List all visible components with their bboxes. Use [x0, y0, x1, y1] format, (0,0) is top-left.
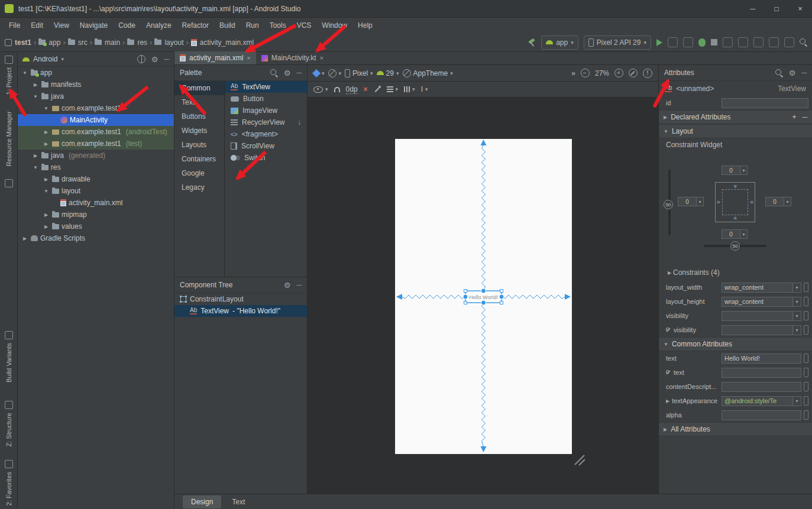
tools-text-input[interactable] — [722, 368, 801, 378]
resize-handle[interactable] — [500, 301, 503, 304]
search-icon[interactable] — [270, 69, 278, 77]
hide-panel-icon[interactable]: ─ — [801, 69, 807, 77]
design-mode-tab[interactable]: Design — [183, 495, 221, 508]
tree-item-java-generated[interactable]: ▶ java (generated) — [18, 150, 174, 161]
breadcrumb-main[interactable]: main — [95, 38, 120, 47]
palette-item-imageview[interactable]: ImageView — [225, 105, 307, 116]
palette-item-fragment[interactable]: <> <fragment> — [225, 128, 307, 140]
constraint-anchor-bottom[interactable] — [481, 300, 486, 305]
horizontal-bias-slider[interactable]: 50 — [730, 241, 740, 251]
maximize-button[interactable]: □ — [765, 0, 788, 18]
pick-resource-button[interactable] — [804, 354, 808, 363]
expand-icon[interactable]: ▶ — [32, 153, 39, 158]
tool-window-build-variants-button[interactable]: Build Variants — [0, 331, 18, 382]
tree-item-package-test[interactable]: ▶ com.example.test1 (test) — [18, 138, 174, 150]
guidelines-selector[interactable]: I▾ — [421, 85, 428, 93]
zoom-in-button[interactable] — [614, 69, 623, 77]
menu-build[interactable]: Build — [214, 20, 241, 31]
expand-icon[interactable]: ▶ — [21, 236, 28, 241]
api-selector[interactable]: 29▾ — [377, 69, 399, 77]
orientation-selector[interactable]: ▾ — [328, 69, 342, 77]
gear-icon[interactable]: ⚙ — [151, 56, 158, 63]
gear-icon[interactable]: ⚙ — [789, 69, 796, 77]
menu-vcs[interactable]: VCS — [292, 20, 317, 31]
wrap-anchor-left[interactable]: » — [717, 199, 720, 205]
gear-icon[interactable]: ⚙ — [284, 69, 291, 77]
resize-handle[interactable] — [500, 290, 503, 293]
tree-item-layout[interactable]: ▼ layout — [18, 185, 174, 197]
issues-indicator-icon[interactable]: ! — [643, 69, 652, 78]
align-selector[interactable]: ▾ — [404, 86, 415, 92]
resize-handle[interactable] — [464, 290, 467, 293]
expand-icon[interactable]: ▼ — [21, 70, 28, 76]
search-everywhere-icon[interactable] — [800, 38, 807, 46]
zoom-to-fit-button[interactable] — [629, 69, 638, 77]
design-surface-selector[interactable]: ▾ — [313, 70, 325, 76]
breadcrumb-src[interactable]: src — [68, 38, 88, 47]
common-attributes-section[interactable]: ▼ Common Attributes — [659, 337, 812, 351]
tree-item-package-androidtest[interactable]: ▶ com.example.test1 (androidTest) — [18, 126, 174, 138]
layout-section[interactable]: ▼ Layout — [659, 124, 812, 138]
expand-icon[interactable]: ▶ — [43, 224, 50, 229]
apply-changes-icon[interactable] — [668, 37, 678, 47]
profiler-icon[interactable] — [683, 37, 693, 47]
alpha-input[interactable] — [722, 410, 801, 420]
tree-item-manifests[interactable]: ▶ manifests — [18, 79, 174, 90]
palette-category-containers[interactable]: Containers — [174, 152, 224, 166]
run-configuration-select[interactable]: app▾ — [541, 35, 578, 50]
tool-window-project-button[interactable]: 1: Project — [0, 56, 18, 95]
breadcrumb-res[interactable]: res — [127, 38, 147, 47]
wrap-anchor-right[interactable]: « — [750, 199, 753, 205]
view-options-selector[interactable]: ▾ — [313, 86, 328, 93]
palette-item-switch[interactable]: Switch — [225, 152, 307, 164]
pick-resource-button[interactable] — [804, 382, 808, 391]
palette-category-common[interactable]: Common — [174, 81, 224, 95]
palette-item-recyclerview[interactable]: RecyclerView ↓ — [225, 116, 307, 128]
menu-run[interactable]: Run — [241, 20, 264, 31]
constraint-anchor-right[interactable] — [499, 294, 504, 299]
tree-item-activity-main-xml[interactable]: activity_main.xml — [18, 197, 174, 209]
vertical-bias-slider[interactable]: 50 — [664, 200, 673, 209]
stop-button[interactable] — [711, 39, 717, 46]
tree-item-mipmap[interactable]: ▶ mipmap — [18, 209, 174, 221]
expand-icon[interactable]: ▶ — [666, 398, 669, 404]
breadcrumb-file[interactable]: activity_main.xml — [191, 38, 254, 47]
remove-attribute-button[interactable]: ─ — [802, 113, 807, 121]
design-canvas-surface[interactable]: Hello World! — [308, 98, 658, 494]
menu-tools[interactable]: Tools — [264, 20, 292, 31]
default-margin-selector[interactable]: 0dp — [346, 85, 358, 94]
bookmarks-icon[interactable] — [0, 179, 18, 187]
minimize-button[interactable]: ─ — [741, 0, 765, 18]
menu-code[interactable]: Code — [113, 20, 141, 31]
menu-edit[interactable]: Edit — [25, 20, 48, 31]
build-hammer-icon[interactable] — [528, 38, 536, 47]
palette-category-buttons[interactable]: Buttons — [174, 109, 224, 124]
margin-right-select[interactable]: 0▾ — [765, 197, 791, 206]
palette-item-textview[interactable]: Ab TextView — [225, 81, 307, 93]
pick-resource-button[interactable] — [804, 396, 808, 406]
palette-item-scrollview[interactable]: ScrollView — [225, 140, 307, 152]
text-appearance-select[interactable]: @android:style/Te▾ — [722, 396, 801, 406]
avd-manager-icon[interactable] — [769, 37, 779, 47]
constraint-anchor-top[interactable] — [481, 288, 486, 293]
constraint-widget-box[interactable]: » « » « — [715, 182, 755, 222]
palette-category-legacy[interactable]: Legacy — [174, 180, 224, 194]
pick-resource-button[interactable] — [804, 283, 808, 292]
download-icon[interactable]: ↓ — [297, 118, 301, 127]
canvas-resize-grip[interactable] — [575, 455, 585, 465]
component-constraintlayout[interactable]: ConstraintLayout — [174, 293, 307, 305]
pack-selector[interactable]: ▾ — [387, 86, 399, 92]
add-attribute-button[interactable]: + — [792, 113, 796, 121]
close-button[interactable]: × — [788, 0, 812, 18]
theme-selector[interactable]: AppTheme▾ — [403, 69, 453, 77]
infer-constraints-icon[interactable] — [374, 86, 381, 93]
tree-item-res[interactable]: ▼ res — [18, 161, 174, 173]
id-input[interactable] — [722, 98, 808, 108]
text-input[interactable]: Hello World! — [722, 354, 801, 364]
margin-bottom-select[interactable]: 0▾ — [722, 229, 748, 239]
close-tab-icon[interactable]: × — [247, 54, 250, 61]
wrap-anchor-bottom[interactable]: « — [732, 216, 738, 220]
margin-top-select[interactable]: 0▾ — [722, 166, 748, 175]
constraints-expander[interactable]: ▶ Constraints (4) — [659, 265, 812, 280]
declared-attributes-section[interactable]: ▶ Declared Attributes + ─ — [659, 110, 812, 124]
